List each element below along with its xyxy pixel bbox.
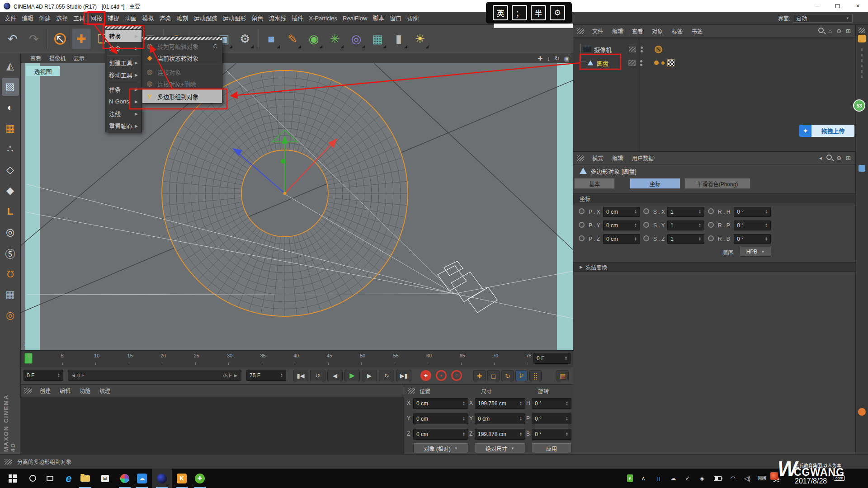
menu-动画[interactable]: 动画	[122, 12, 139, 25]
prev-key-icon[interactable]: ↺	[310, 370, 326, 381]
rot-key-icon[interactable]: ↻	[501, 370, 514, 381]
size-mode-dropdown[interactable]: 绝对尺寸▼	[475, 443, 525, 453]
convert-item-当前状态转对象[interactable]: ◆当前状态转对象	[142, 52, 222, 64]
menu-工具[interactable]: 工具	[71, 12, 88, 25]
back-icon[interactable]: ◂	[819, 155, 822, 161]
lock-workplane-icon[interactable]: ▦	[2, 286, 19, 304]
parameter-field[interactable]: 0 cm▲▼	[603, 221, 640, 230]
drag-handle[interactable]	[24, 388, 32, 394]
texture-tag[interactable]	[667, 59, 675, 66]
mesh-menu-item-转换[interactable]: 转换▶	[105, 30, 142, 42]
zoom-icon[interactable]: ↕	[547, 55, 550, 62]
texture-mode-icon[interactable]: ◐	[2, 99, 19, 117]
parameter-field[interactable]: 0 cm▲▼	[603, 207, 640, 217]
polygon-mode-icon[interactable]: ◆	[2, 182, 19, 200]
next-key-icon[interactable]: ↻	[379, 370, 394, 381]
material-list-area[interactable]	[21, 397, 404, 455]
mesh-menu-item-N-Gons[interactable]: N-Gons▶	[105, 95, 142, 108]
ime-key-⚙[interactable]: ⚙	[550, 5, 565, 20]
param-key-icon[interactable]: P	[515, 370, 528, 381]
pos-key-icon[interactable]: ✚	[473, 370, 486, 381]
coord-value-field[interactable]: 0 cm▲▼	[413, 413, 468, 424]
menu-网格[interactable]: 网格	[88, 12, 105, 25]
search-icon[interactable]	[818, 28, 824, 33]
material-menu-编辑[interactable]: 编辑	[55, 387, 75, 394]
parameter-circle-icon[interactable]	[643, 222, 649, 228]
convert-item-连接对象+删除[interactable]: ◍连接对象+删除	[142, 78, 222, 89]
close-button[interactable]: ✕	[848, 0, 868, 12]
ime-key-半[interactable]: 半	[531, 5, 546, 20]
object-manager-menu-查看[interactable]: 查看	[627, 27, 647, 35]
coord-value-field[interactable]: 199.756 cm▲▼	[475, 398, 525, 409]
mesh-menu-item-法线[interactable]: 法线▶	[105, 108, 142, 120]
convert-item-转为可编辑对象[interactable]: ◍转为可编辑对象C	[142, 40, 222, 52]
convert-item-多边形组到对象[interactable]: Y多边形组到对象	[142, 89, 222, 103]
autokey-icon[interactable]: ●	[436, 370, 447, 381]
goto-end-icon[interactable]: ▶▮	[396, 370, 411, 381]
misc-tray-icon[interactable]: ◈	[695, 469, 709, 488]
freeze-section-header[interactable]: ▶冻结变换	[573, 262, 855, 272]
viewport-menu-查看[interactable]: 查看	[26, 54, 45, 62]
apply-button[interactable]: 应用	[532, 443, 571, 453]
tab-平滑着色(Phong)[interactable]: 平滑着色(Phong)	[684, 178, 750, 189]
notification-badge[interactable]: 53	[853, 99, 865, 112]
attribute-menu-模式[interactable]: 模式	[588, 154, 608, 162]
menu-X-Particles[interactable]: X-Particles	[306, 12, 340, 25]
panel-icon[interactable]: ⊞	[846, 28, 851, 34]
menu-帮助[interactable]: 帮助	[404, 12, 421, 25]
light-icon[interactable]: ☀	[410, 28, 430, 50]
mesh-menu-item-样条[interactable]: 样条▶	[105, 83, 142, 95]
no-draw-tag[interactable]	[655, 46, 662, 53]
menu-文件[interactable]: 文件	[2, 12, 19, 25]
parameter-field[interactable]: 1▲▼	[667, 207, 704, 217]
drag-handle[interactable]	[577, 28, 584, 34]
mesh-menu-item-移动工具[interactable]: 移动工具▶	[105, 69, 142, 81]
coord-value-field[interactable]: 199.878 cm▲▼	[475, 429, 525, 440]
make-editable-icon[interactable]: ◭	[2, 57, 19, 75]
parameter-circle-icon[interactable]	[708, 235, 714, 241]
drag-handle[interactable]	[577, 155, 584, 161]
search-icon[interactable]	[826, 155, 832, 160]
parameter-field[interactable]: 0 °▲▼	[734, 234, 771, 244]
usb-green-icon[interactable]: ▼	[623, 469, 637, 488]
menu-运动跟踪[interactable]: 运动跟踪	[191, 12, 220, 25]
object-manager-menu-标签[interactable]: 标签	[667, 27, 687, 35]
parameter-circle-icon[interactable]	[708, 222, 714, 228]
object-name[interactable]: 圆盘	[597, 59, 609, 67]
parameter-field[interactable]: 1▲▼	[667, 234, 704, 244]
orange-dot-tag[interactable]	[654, 61, 659, 65]
last-frame-field[interactable]: 75 F▲▼	[246, 370, 286, 381]
undo-icon[interactable]: ↶	[3, 28, 23, 50]
menu-RealFlow[interactable]: RealFlow	[340, 12, 370, 25]
workplane-icon[interactable]: ▦	[2, 119, 19, 137]
convert-item-连接对象[interactable]: ◍连接对象	[142, 66, 222, 78]
object-name[interactable]: 摄像机	[594, 45, 612, 54]
live-selection-icon[interactable]: ↖	[50, 28, 70, 50]
menu-角色[interactable]: 角色	[249, 12, 266, 25]
parameter-circle-icon[interactable]	[579, 235, 585, 241]
drag-handle[interactable]	[408, 388, 415, 394]
prev-frame-icon[interactable]: ◀	[327, 370, 343, 381]
docked-yellow-icon[interactable]	[858, 35, 866, 42]
material-menu-功能[interactable]: 功能	[75, 387, 95, 394]
toggle-view-icon[interactable]: ▣	[564, 55, 570, 62]
interface-dropdown[interactable]: 启动▼	[793, 14, 853, 23]
cinema4d-icon[interactable]	[152, 469, 172, 488]
order-dropdown[interactable]: HPB▼	[740, 247, 771, 257]
render-settings-icon[interactable]: ⚙	[235, 28, 255, 50]
parameter-circle-icon[interactable]	[643, 208, 649, 214]
mesh-menu-item-重置轴心[interactable]: 重置轴心▶	[105, 120, 142, 132]
wifi-icon[interactable]: ◠	[726, 469, 740, 488]
layer-square-icon[interactable]	[629, 47, 636, 52]
docked-orange-icon[interactable]	[858, 408, 866, 416]
point-mode-icon[interactable]: ∴	[2, 140, 19, 158]
device-icon[interactable]: ▯	[652, 469, 665, 488]
menu-捕捉[interactable]: 捕捉	[105, 12, 122, 25]
k-app-icon[interactable]: K	[172, 469, 192, 488]
snap-icon[interactable]: Ⓢ	[2, 244, 19, 262]
timeline-ruler[interactable]: 0 F▲▼ 051015202530354045505560657075	[21, 350, 573, 366]
ime-key-；[interactable]: ；	[512, 5, 527, 20]
battery-icon[interactable]	[711, 469, 724, 488]
keyboard-icon[interactable]: ⌨	[755, 469, 769, 488]
object-manager-menu-对象[interactable]: 对象	[647, 27, 667, 35]
